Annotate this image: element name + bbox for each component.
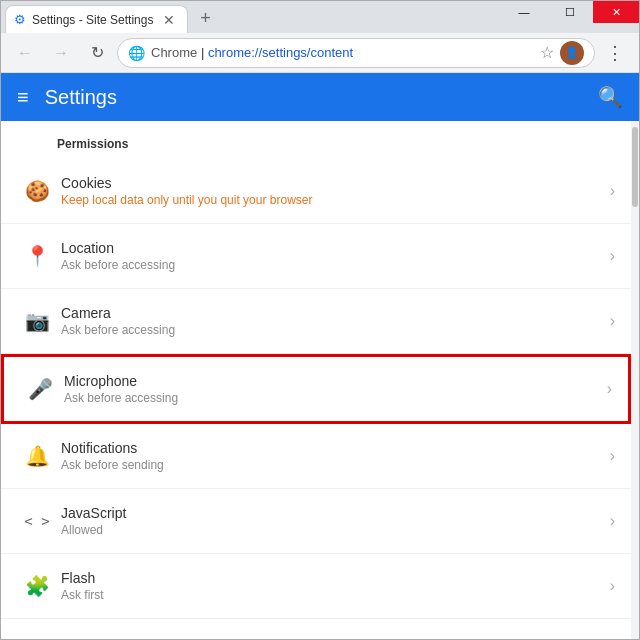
camera-text: Camera Ask before accessing bbox=[61, 305, 602, 337]
maximize-button[interactable]: ☐ bbox=[547, 1, 593, 23]
active-tab[interactable]: ⚙ Settings - Site Settings ✕ bbox=[5, 5, 188, 33]
javascript-sub: Allowed bbox=[61, 523, 602, 537]
tab-close-button[interactable]: ✕ bbox=[159, 10, 179, 30]
settings-header: ≡ Settings 🔍 bbox=[1, 73, 639, 121]
microphone-name: Microphone bbox=[64, 373, 599, 389]
scrollbar[interactable] bbox=[631, 121, 639, 639]
microphone-sub: Ask before accessing bbox=[64, 391, 599, 405]
chrome-menu-button[interactable]: ⋮ bbox=[599, 37, 631, 69]
javascript-arrow: › bbox=[610, 512, 615, 530]
location-sub: Ask before accessing bbox=[61, 258, 602, 272]
cookies-item[interactable]: 🍪 Cookies Keep local data only until you… bbox=[1, 159, 631, 224]
address-separator: | bbox=[201, 45, 208, 60]
secure-icon: 🌐 bbox=[128, 45, 145, 61]
microphone-text: Microphone Ask before accessing bbox=[64, 373, 599, 405]
microphone-arrow: › bbox=[607, 380, 612, 398]
window-controls: — ☐ ✕ bbox=[501, 1, 639, 23]
title-bar: ⚙ Settings - Site Settings ✕ + — ☐ ✕ bbox=[1, 1, 639, 33]
javascript-item[interactable]: < > JavaScript Allowed › bbox=[1, 489, 631, 554]
location-icon: 📍 bbox=[17, 236, 57, 276]
javascript-name: JavaScript bbox=[61, 505, 602, 521]
content-area: Permissions 🍪 Cookies Keep local data on… bbox=[1, 121, 639, 639]
flash-item[interactable]: 🧩 Flash Ask first › bbox=[1, 554, 631, 619]
settings-title: Settings bbox=[45, 86, 582, 109]
camera-item[interactable]: 📷 Camera Ask before accessing › bbox=[1, 289, 631, 354]
microphone-item[interactable]: 🎤 Microphone Ask before accessing › bbox=[1, 354, 631, 424]
forward-button[interactable]: → bbox=[45, 37, 77, 69]
reload-button[interactable]: ↻ bbox=[81, 37, 113, 69]
camera-arrow: › bbox=[610, 312, 615, 330]
address-bar[interactable]: 🌐 Chrome | chrome://settings/content ☆ 👤 bbox=[117, 38, 595, 68]
browser-window: ⚙ Settings - Site Settings ✕ + — ☐ ✕ ← →… bbox=[0, 0, 640, 640]
address-text: Chrome | chrome://settings/content bbox=[151, 45, 534, 60]
new-tab-button[interactable]: + bbox=[192, 5, 218, 31]
camera-name: Camera bbox=[61, 305, 602, 321]
camera-sub: Ask before accessing bbox=[61, 323, 602, 337]
nav-bar: ← → ↻ 🌐 Chrome | chrome://settings/conte… bbox=[1, 33, 639, 73]
permissions-section-label: Permissions bbox=[1, 137, 631, 159]
location-text: Location Ask before accessing bbox=[61, 240, 602, 272]
javascript-icon: < > bbox=[17, 501, 57, 541]
tab-favicon: ⚙ bbox=[14, 12, 26, 27]
microphone-icon: 🎤 bbox=[20, 369, 60, 409]
url-text: chrome://settings/content bbox=[208, 45, 353, 60]
javascript-text: JavaScript Allowed bbox=[61, 505, 602, 537]
back-button[interactable]: ← bbox=[9, 37, 41, 69]
notifications-icon: 🔔 bbox=[17, 436, 57, 476]
flash-sub: Ask first bbox=[61, 588, 602, 602]
flash-name: Flash bbox=[61, 570, 602, 586]
close-button[interactable]: ✕ bbox=[593, 1, 639, 23]
tab-strip: ⚙ Settings - Site Settings ✕ + bbox=[1, 1, 218, 33]
notifications-name: Notifications bbox=[61, 440, 602, 456]
browser-name: Chrome bbox=[151, 45, 197, 60]
notifications-item[interactable]: 🔔 Notifications Ask before sending › bbox=[1, 424, 631, 489]
bookmark-star[interactable]: ☆ bbox=[540, 43, 554, 62]
settings-search-icon[interactable]: 🔍 bbox=[598, 85, 623, 109]
cookies-arrow: › bbox=[610, 182, 615, 200]
notifications-arrow: › bbox=[610, 447, 615, 465]
flash-arrow: › bbox=[610, 577, 615, 595]
location-name: Location bbox=[61, 240, 602, 256]
camera-icon: 📷 bbox=[17, 301, 57, 341]
hamburger-icon[interactable]: ≡ bbox=[17, 86, 29, 109]
flash-icon: 🧩 bbox=[17, 566, 57, 606]
cookies-name: Cookies bbox=[61, 175, 602, 191]
user-avatar[interactable]: 👤 bbox=[560, 41, 584, 65]
main-content: Permissions 🍪 Cookies Keep local data on… bbox=[1, 121, 631, 639]
tab-title: Settings - Site Settings bbox=[32, 13, 153, 27]
cookies-sub: Keep local data only until you quit your… bbox=[61, 193, 602, 207]
location-item[interactable]: 📍 Location Ask before accessing › bbox=[1, 224, 631, 289]
notifications-text: Notifications Ask before sending bbox=[61, 440, 602, 472]
notifications-sub: Ask before sending bbox=[61, 458, 602, 472]
flash-text: Flash Ask first bbox=[61, 570, 602, 602]
cookies-icon: 🍪 bbox=[17, 171, 57, 211]
minimize-button[interactable]: — bbox=[501, 1, 547, 23]
scrollbar-thumb[interactable] bbox=[632, 127, 638, 207]
cookies-text: Cookies Keep local data only until you q… bbox=[61, 175, 602, 207]
location-arrow: › bbox=[610, 247, 615, 265]
